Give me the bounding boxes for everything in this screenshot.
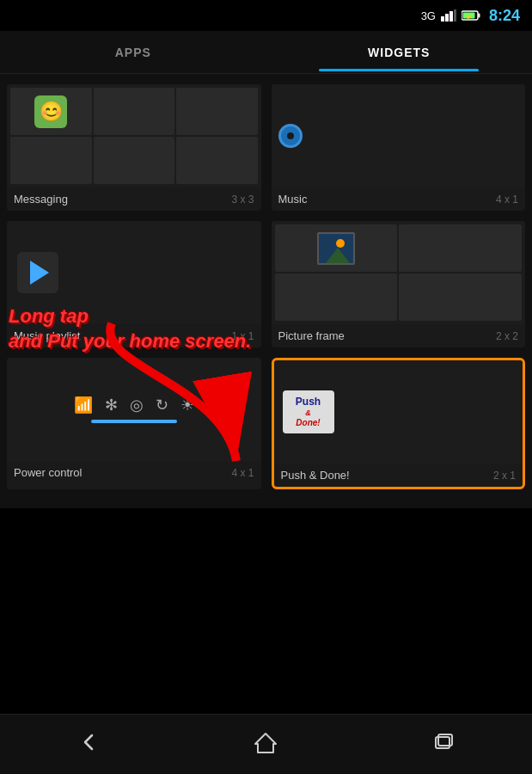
- svg-rect-1: [445, 14, 449, 22]
- messaging-label: Messaging: [14, 193, 68, 206]
- bottom-nav: [0, 714, 532, 774]
- messaging-size: 3 x 3: [231, 194, 254, 206]
- messaging-preview: 😊: [7, 84, 261, 187]
- playlist-play-icon: [17, 252, 58, 293]
- back-button[interactable]: [59, 722, 118, 768]
- push-done-logo: Push & Done!: [283, 390, 334, 433]
- brightness-icon: ☀: [180, 396, 194, 415]
- picture-label: Picture frame: [278, 329, 345, 342]
- home-button[interactable]: [236, 722, 295, 768]
- messaging-main-cell: 😊: [10, 88, 92, 135]
- playlist-label: Music playlist: [14, 329, 80, 342]
- svg-rect-3: [454, 9, 456, 22]
- power-icons-row: 📶 ✻ ◎ ↻ ☀: [74, 396, 194, 415]
- music-disc-icon: [278, 124, 303, 148]
- push-preview: Push & Done!: [274, 360, 523, 464]
- music-size: 4 x 1: [496, 194, 518, 206]
- svg-rect-0: [441, 16, 444, 22]
- music-info: Music 4 x 1: [272, 187, 526, 211]
- status-bar: 3G ⚡ 8:24: [0, 0, 532, 31]
- svg-marker-9: [255, 734, 276, 752]
- widget-messaging[interactable]: 😊 Messaging 3 x 3: [7, 84, 261, 211]
- widget-music-playlist[interactable]: Music playlist 1 x 1: [7, 221, 261, 347]
- power-label: Power control: [14, 466, 82, 479]
- bluetooth-icon: ✻: [105, 396, 118, 415]
- power-preview: 📶 ✻ ◎ ↻ ☀: [7, 358, 261, 461]
- push-done-size: 2 x 1: [493, 470, 516, 482]
- messaging-icon: 😊: [34, 95, 67, 128]
- widget-grid-wrapper: 😊 Messaging 3 x 3 Music 4: [0, 74, 532, 508]
- music-label: Music: [278, 193, 308, 206]
- signal-bars-icon: [441, 9, 456, 22]
- tab-widgets[interactable]: WIDGETS: [266, 34, 533, 71]
- widget-picture-frame[interactable]: Picture frame 2 x 2: [272, 221, 526, 347]
- widget-grid: 😊 Messaging 3 x 3 Music 4: [0, 74, 532, 500]
- wifi-icon: 📶: [74, 396, 93, 415]
- picture-info: Picture frame 2 x 2: [272, 324, 526, 347]
- picture-size: 2 x 2: [496, 330, 518, 342]
- svg-rect-2: [449, 11, 453, 22]
- widget-music[interactable]: Music 4 x 1: [272, 84, 526, 211]
- location-icon: ◎: [130, 396, 144, 415]
- landscape-icon: [317, 232, 355, 265]
- push-done-info: Push & Done! 2 x 1: [274, 464, 523, 487]
- recents-button[interactable]: [414, 722, 473, 768]
- time-display: 8:24: [489, 7, 520, 25]
- push-done-label: Push & Done!: [281, 469, 350, 482]
- music-preview: [272, 84, 526, 187]
- power-bar: [91, 420, 177, 423]
- power-size: 4 x 1: [231, 467, 254, 479]
- picture-preview: [272, 221, 526, 324]
- sync-icon: ↻: [156, 396, 168, 415]
- tab-bar: APPS WIDGETS: [0, 31, 532, 74]
- power-info: Power control 4 x 1: [7, 461, 261, 484]
- battery-icon: ⚡: [462, 10, 480, 21]
- playlist-size: 1 x 1: [231, 330, 254, 342]
- svg-rect-5: [478, 14, 480, 18]
- widget-power-control[interactable]: 📶 ✻ ◎ ↻ ☀ Power control 4 x 1: [7, 358, 261, 489]
- messaging-info: Messaging 3 x 3: [7, 187, 261, 211]
- signal-text: 3G: [421, 9, 436, 22]
- playlist-info: Music playlist 1 x 1: [7, 324, 261, 347]
- svg-text:⚡: ⚡: [464, 13, 472, 21]
- playlist-preview: [7, 221, 261, 324]
- widget-push-done[interactable]: Push & Done! Push & Done! 2 x 1: [272, 358, 526, 489]
- tab-apps[interactable]: APPS: [0, 34, 266, 71]
